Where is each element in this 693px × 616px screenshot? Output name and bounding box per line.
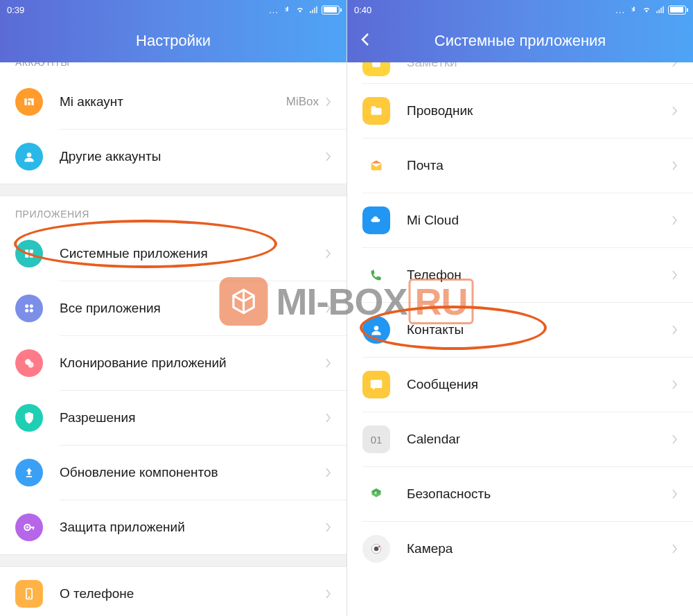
row-component-update[interactable]: Обновление компонентов — [0, 446, 346, 500]
chevron-right-icon — [672, 106, 678, 116]
chevron-right-icon — [326, 413, 331, 423]
row-label: Все приложения — [60, 300, 326, 317]
svg-point-22 — [374, 326, 379, 331]
signal-icon — [656, 6, 664, 14]
row-about-phone[interactable]: О телефоне — [0, 567, 346, 616]
micloud-icon — [362, 206, 390, 234]
back-button[interactable] — [360, 31, 371, 51]
svg-rect-5 — [25, 249, 28, 253]
svg-rect-21 — [372, 62, 380, 67]
svg-point-4 — [27, 152, 32, 157]
row-clone-apps[interactable]: Клонирование приложений — [0, 336, 346, 390]
svg-point-11 — [25, 309, 28, 313]
chevron-right-icon — [672, 215, 678, 225]
svg-rect-0 — [24, 98, 26, 105]
row-label: Сообщения — [407, 376, 672, 394]
row-label: О телефоне — [60, 586, 326, 603]
status-time: 0:39 — [7, 5, 24, 15]
header: Системные приложения — [347, 19, 693, 62]
row-label: Безопасность — [407, 486, 672, 503]
section-header-accounts: АККАУНТЫ — [0, 62, 346, 75]
phone-left: 0:39 ... Настройки АККАУНТЫ Mi аккаунт M… — [0, 0, 346, 616]
row-mail[interactable]: Почта — [347, 139, 693, 193]
page-title: Системные приложения — [435, 32, 606, 50]
status-icons: ... — [269, 5, 340, 15]
component-update-icon — [15, 459, 43, 486]
row-label: Другие аккаунты — [60, 148, 326, 166]
row-notes[interactable]: Заметки — [347, 62, 693, 83]
row-security[interactable]: Безопасность — [347, 467, 693, 521]
row-label: Системные приложения — [60, 245, 326, 263]
row-label: Контакты — [407, 322, 672, 339]
row-other-accounts[interactable]: Другие аккаунты — [0, 130, 346, 184]
chevron-right-icon — [326, 249, 331, 258]
row-all-apps[interactable]: Все приложения — [0, 281, 346, 335]
svg-point-20 — [28, 597, 30, 599]
chevron-right-icon — [672, 434, 678, 444]
svg-point-9 — [25, 304, 28, 308]
notes-icon — [362, 62, 390, 76]
permissions-icon — [15, 404, 43, 432]
mail-icon — [362, 152, 390, 179]
chevron-right-icon — [326, 303, 331, 313]
page-title: Настройки — [136, 32, 211, 50]
row-system-apps[interactable]: Системные приложения — [0, 227, 346, 281]
row-label: Проводник — [407, 103, 672, 120]
row-label: Клонирование приложений — [60, 355, 326, 372]
wifi-icon — [642, 6, 651, 14]
row-messages[interactable]: Сообщения — [347, 358, 693, 412]
svg-rect-6 — [30, 249, 33, 253]
all-apps-icon — [15, 294, 43, 322]
row-label: Заметки — [407, 62, 672, 71]
contacts-icon — [362, 316, 390, 344]
security-icon — [362, 480, 390, 508]
clone-apps-icon — [15, 349, 43, 377]
phone-icon — [362, 261, 390, 289]
status-icons: ... — [615, 5, 686, 15]
status-bar: 0:40 ... — [347, 0, 693, 19]
row-mi-account[interactable]: Mi аккаунт MiBox — [0, 75, 346, 129]
chevron-right-icon — [326, 468, 331, 477]
row-label: Защита приложений — [60, 519, 326, 536]
row-explorer[interactable]: Проводник — [347, 84, 693, 138]
row-camera[interactable]: Камера — [347, 522, 693, 576]
row-contacts[interactable]: Контакты — [347, 303, 693, 357]
svg-point-25 — [378, 545, 380, 547]
status-bar: 0:39 ... — [0, 0, 346, 19]
chevron-right-icon — [672, 489, 678, 499]
battery-icon — [322, 6, 340, 15]
content-left: АККАУНТЫ Mi аккаунт MiBox Другие аккаунт… — [0, 62, 346, 616]
chevron-right-icon — [672, 270, 678, 280]
row-label: Камера — [407, 540, 672, 558]
svg-rect-3 — [28, 102, 30, 105]
svg-point-24 — [374, 547, 379, 552]
row-label: Mi Cloud — [407, 212, 672, 229]
row-label: Calendar — [407, 431, 672, 448]
svg-point-12 — [30, 309, 33, 313]
other-accounts-icon — [15, 143, 43, 170]
row-app-lock[interactable]: Защита приложений — [0, 500, 346, 554]
row-label: Телефон — [407, 267, 672, 284]
battery-icon — [668, 6, 686, 15]
chevron-right-icon — [326, 358, 331, 368]
svg-rect-18 — [33, 527, 34, 529]
row-micloud[interactable]: Mi Cloud — [347, 193, 693, 247]
svg-point-14 — [28, 362, 33, 367]
row-calendar[interactable]: 01 Calendar — [347, 412, 693, 466]
row-permissions[interactable]: Разрешения — [0, 391, 346, 445]
camera-icon — [362, 535, 390, 563]
messages-icon — [362, 371, 390, 398]
row-label: Разрешения — [60, 410, 326, 427]
row-label: Обновление компонентов — [60, 464, 326, 482]
row-phone[interactable]: Телефон — [347, 248, 693, 302]
about-phone-icon — [15, 580, 43, 608]
chevron-right-icon — [326, 97, 331, 107]
explorer-icon — [362, 97, 390, 125]
chevron-right-icon — [672, 380, 678, 389]
row-label: Mi аккаунт — [60, 94, 286, 111]
svg-rect-8 — [30, 254, 33, 258]
system-apps-icon — [15, 240, 43, 267]
chevron-right-icon — [326, 152, 331, 161]
bluetooth-icon — [629, 6, 638, 14]
chevron-right-icon — [672, 161, 678, 170]
